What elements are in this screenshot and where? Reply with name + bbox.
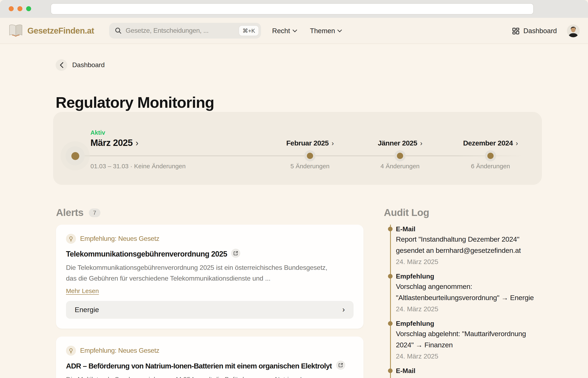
page-title: Regulatory Monitoring xyxy=(56,93,214,112)
alert-category-label: Empfehlung: Neues Gesetz xyxy=(80,347,159,354)
breadcrumb: Dashboard xyxy=(56,59,105,71)
logo-text: GesetzeFinden.at xyxy=(27,26,94,35)
audit-log-entry: Empfehlung Vorschlag angenommen: "Altlas… xyxy=(396,272,542,313)
alert-tag-label: Energie xyxy=(75,306,99,314)
audit-log-column: Audit Log E-Mail Report "Instandhaltung … xyxy=(384,206,542,378)
site-header: GesetzeFinden.at Gesetze, Entscheidungen… xyxy=(0,18,588,44)
traffic-light-zoom[interactable] xyxy=(26,6,31,11)
app-window: GesetzeFinden.at Gesetze, Entscheidungen… xyxy=(0,0,588,378)
timeline-dot-active xyxy=(66,146,85,165)
alert-title[interactable]: ADR – Beförderung von Natrium-Ionen-Batt… xyxy=(66,362,332,371)
milestone-label: März 2025› xyxy=(90,138,138,148)
chevron-right-icon: › xyxy=(331,139,334,147)
audit-entry-type: E-Mail xyxy=(396,225,542,233)
audit-entry-date: 24. März 2025 xyxy=(396,352,542,361)
alert-category-label: Empfehlung: Neues Gesetz xyxy=(80,235,159,243)
chevron-down-icon xyxy=(338,29,342,32)
traffic-light-minimize[interactable] xyxy=(17,6,22,11)
audit-dot-icon xyxy=(388,368,392,373)
external-link-icon[interactable] xyxy=(336,361,345,370)
audit-dot-icon xyxy=(388,227,392,231)
url-bar[interactable] xyxy=(51,3,534,14)
audit-entry-text: Vorschlag angenommen: "Altlastenbeurteil… xyxy=(396,282,542,303)
audit-entry-type: Empfehlung xyxy=(396,272,542,281)
audit-log-list: E-Mail Report "Instandhaltung Dezember 2… xyxy=(390,225,542,378)
audit-entry-type: E-Mail xyxy=(396,366,542,375)
alert-card: Empfehlung: Neues Gesetz ADR – Beförderu… xyxy=(56,337,363,378)
alerts-count-badge: 7 xyxy=(89,208,100,217)
timeline-line xyxy=(75,155,528,156)
milestone-label: Februar 2025› xyxy=(286,139,334,148)
audit-log-entry: E-Mail Report "Instandhaltung Dezember 2… xyxy=(396,225,542,266)
timeline-dot xyxy=(304,150,316,162)
breadcrumb-label[interactable]: Dashboard xyxy=(72,61,105,69)
alert-description: Die Multilaterale Sondervereinbarung M 3… xyxy=(66,374,328,378)
chevron-right-icon: › xyxy=(135,138,138,148)
alert-title[interactable]: Telekommunikationsgebührenverordnung 202… xyxy=(66,250,227,259)
audit-entry-text: Report "Instandhaltung Dezember 2024" ge… xyxy=(396,376,542,378)
chevron-right-icon: › xyxy=(342,305,345,314)
milestone-sub: 01.03 – 31.03 · Keine Änderungen xyxy=(90,162,186,170)
audit-log-entry: Empfehlung Vorschlag abgelehnt: "Mauttar… xyxy=(396,319,542,361)
logo[interactable]: GesetzeFinden.at xyxy=(8,24,94,37)
nav-item-themen[interactable]: Themen xyxy=(310,27,342,35)
search-placeholder: Gesetze, Entscheidungen, ... xyxy=(126,27,235,34)
milestone-sub: 6 Änderungen xyxy=(471,162,510,170)
browser-chrome xyxy=(0,0,588,18)
main-nav: Recht Themen xyxy=(272,27,342,35)
milestone-sub: 4 Änderungen xyxy=(381,162,420,170)
user-avatar[interactable] xyxy=(567,24,580,37)
audit-dot-icon xyxy=(388,274,392,279)
chevron-right-icon: › xyxy=(516,139,518,147)
timeline-card: Aktiv März 2025› 01.03 – 31.03 · Keine Ä… xyxy=(53,112,542,185)
chevron-down-icon xyxy=(293,29,297,32)
chevron-right-icon: › xyxy=(420,139,422,147)
traffic-light-close[interactable] xyxy=(9,6,14,11)
milestone-label: Dezember 2024› xyxy=(463,139,518,148)
search-input[interactable]: Gesetze, Entscheidungen, ... ⌘+K xyxy=(109,23,261,39)
alerts-column: Alerts 7 Empfehlung: Neues Gesetz Teleko… xyxy=(56,206,363,378)
milestone-sub: 5 Änderungen xyxy=(290,162,330,170)
alert-card: Empfehlung: Neues Gesetz Telekommunikati… xyxy=(56,225,363,329)
lightbulb-icon xyxy=(66,346,76,356)
dashboard-grid-icon xyxy=(512,27,520,35)
audit-entry-text: Vorschlag abgelehnt: "Mauttarifverordnun… xyxy=(396,329,542,351)
book-logo-icon xyxy=(8,24,23,37)
audit-log-entry: E-Mail Report "Instandhaltung Dezember 2… xyxy=(396,366,542,378)
header-right: Dashboard xyxy=(512,24,580,37)
timeline-dot xyxy=(485,150,496,162)
audit-entry-type: Empfehlung xyxy=(396,319,542,328)
active-status-label: Aktiv xyxy=(90,129,105,136)
back-button[interactable] xyxy=(56,59,67,71)
external-link-icon[interactable] xyxy=(231,249,241,258)
audit-log-heading: Audit Log xyxy=(384,207,429,218)
audit-entry-text: Report "Instandhaltung Dezember 2024" ge… xyxy=(396,234,542,256)
audit-entry-date: 24. März 2025 xyxy=(396,257,542,266)
mehr-lesen-link[interactable]: Mehr Lesen xyxy=(66,287,99,294)
audit-dot-icon xyxy=(388,321,392,326)
search-icon xyxy=(115,27,122,34)
audit-entry-date: 24. März 2025 xyxy=(396,305,542,313)
lightbulb-icon xyxy=(66,234,76,244)
dashboard-link[interactable]: Dashboard xyxy=(512,27,557,35)
milestone-label: Jänner 2025› xyxy=(378,139,422,148)
timeline-dot xyxy=(394,150,406,162)
chevron-left-icon xyxy=(59,62,63,68)
alert-tag-row[interactable]: Energie › xyxy=(66,301,354,319)
search-shortcut-badge: ⌘+K xyxy=(239,26,258,36)
alert-description: Die Telekommunikationsgebührenverordnung… xyxy=(66,262,328,284)
nav-item-recht[interactable]: Recht xyxy=(272,27,297,35)
alerts-heading: Alerts xyxy=(56,207,83,218)
